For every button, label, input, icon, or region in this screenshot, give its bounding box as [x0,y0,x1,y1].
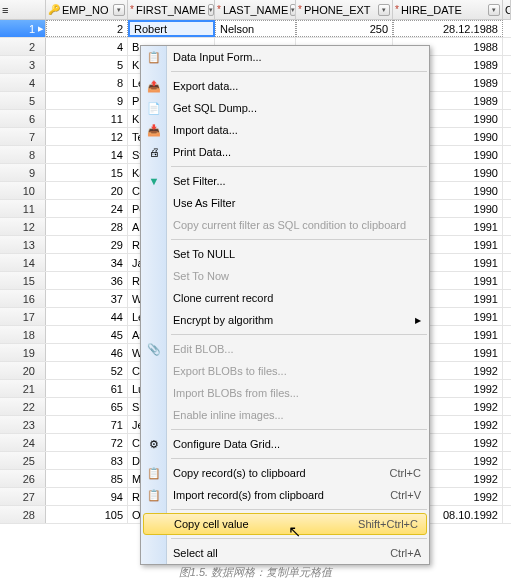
cell[interactable]: 5 [46,56,128,73]
row-number[interactable]: 1 [0,20,46,37]
menu-data-input[interactable]: 📋Data Input Form... [141,46,429,68]
menu-set-filter[interactable]: ▼Set Filter... [141,170,429,192]
row-number[interactable]: 4 [0,74,46,91]
row-number[interactable]: 28 [0,506,46,523]
cell[interactable]: 250 [296,20,393,37]
row-number[interactable]: 17 [0,308,46,325]
menu-label: Configure Data Grid... [173,438,280,450]
row-number[interactable]: 25 [0,452,46,469]
cell[interactable]: 45 [46,326,128,343]
row-number[interactable]: 13 [0,236,46,253]
row-number[interactable]: 6 [0,110,46,127]
cell[interactable]: 20 [46,182,128,199]
row-number[interactable]: 2 [0,38,46,55]
cell[interactable]: 15 [46,164,128,181]
row-number[interactable]: 5 [0,92,46,109]
menu-label: Encrypt by algorithm [173,314,273,326]
cell[interactable]: 2 [46,20,128,37]
row-number[interactable]: 22 [0,398,46,415]
cell[interactable]: 36 [46,272,128,289]
cell[interactable]: 9 [46,92,128,109]
menu-select-all[interactable]: Select allCtrl+A [141,542,429,564]
cell[interactable]: 94 [46,488,128,505]
menu-set-null[interactable]: Set To NULL [141,243,429,265]
row-number[interactable]: 9 [0,164,46,181]
row-number[interactable]: 10 [0,182,46,199]
col-first-name[interactable]: *FIRST_NAME▾ [128,0,215,19]
row-number[interactable]: 23 [0,416,46,433]
cell[interactable]: 11 [46,110,128,127]
col-phone-ext[interactable]: *PHONE_EXT▾ [296,0,393,19]
col-hire-date[interactable]: *HIRE_DATE▾ [393,0,503,19]
chevron-down-icon[interactable]: ▾ [378,4,390,16]
chevron-down-icon[interactable]: ▾ [113,4,125,16]
cell[interactable]: 29 [46,236,128,253]
menu-import-data[interactable]: 📥Import data... [141,119,429,141]
menu-import-records[interactable]: 📋Import record(s) from clipboardCtrl+V [141,484,429,506]
asterisk-icon: * [217,4,221,15]
print-icon: 🖨 [146,144,162,160]
asterisk-icon: * [395,4,399,15]
menu-get-sql[interactable]: 📄Get SQL Dump... [141,97,429,119]
menu-label: Set To Now [173,270,229,282]
menu-label: Copy record(s) to clipboard [173,467,306,479]
menu-copy-cell[interactable]: Copy cell valueShift+Ctrl+C [143,513,427,535]
row-number[interactable]: 11 [0,200,46,217]
cell[interactable]: 46 [46,344,128,361]
col-last-name[interactable]: *LAST_NAME▾ [215,0,296,19]
row-header-corner[interactable]: ≡ [0,0,46,19]
chevron-down-icon[interactable]: ▾ [208,4,214,16]
cell[interactable]: 28.12.1988 [393,20,503,37]
row-number[interactable]: 14 [0,254,46,271]
col-emp-no[interactable]: 🔑EMP_NO▾ [46,0,128,19]
col-label: PHONE_EXT [304,4,371,16]
row-number[interactable]: 27 [0,488,46,505]
row-number[interactable]: 19 [0,344,46,361]
row-number[interactable]: 18 [0,326,46,343]
row-number[interactable]: 26 [0,470,46,487]
menu-clone[interactable]: Clone current record [141,287,429,309]
cell[interactable]: 12 [46,128,128,145]
cell[interactable]: Nelson [215,20,296,37]
menu-configure[interactable]: ⚙Configure Data Grid... [141,433,429,455]
cell[interactable]: 71 [46,416,128,433]
cell[interactable]: 34 [46,254,128,271]
cell[interactable]: 28 [46,218,128,235]
cell[interactable]: 14 [46,146,128,163]
row-number[interactable]: 20 [0,362,46,379]
row-number[interactable]: 21 [0,380,46,397]
menu-use-as-filter[interactable]: Use As Filter [141,192,429,214]
cell[interactable]: 52 [46,362,128,379]
menu-export-data[interactable]: 📤Export data... [141,75,429,97]
cell[interactable]: 105 [46,506,128,523]
cell[interactable]: 8 [46,74,128,91]
cell[interactable]: 4 [46,38,128,55]
cell[interactable]: 72 [46,434,128,451]
menu-set-now: Set To Now [141,265,429,287]
row-number[interactable]: 15 [0,272,46,289]
cell[interactable]: 44 [46,308,128,325]
cell[interactable]: 83 [46,452,128,469]
cell[interactable]: 85 [46,470,128,487]
row-number[interactable]: 16 [0,290,46,307]
row-number[interactable]: 8 [0,146,46,163]
row-number[interactable]: 24 [0,434,46,451]
cell[interactable]: Robert [128,20,215,37]
menu-encrypt[interactable]: Encrypt by algorithm▶ [141,309,429,331]
cell[interactable]: 61 [46,380,128,397]
cell[interactable]: 24 [46,200,128,217]
menu-separator [171,429,427,430]
cell[interactable]: 65 [46,398,128,415]
row-number[interactable]: 3 [0,56,46,73]
sql-icon: 📄 [146,100,162,116]
chevron-down-icon[interactable]: ▾ [488,4,500,16]
row-number[interactable]: 7 [0,128,46,145]
row-number[interactable]: 12 [0,218,46,235]
menu-print-data[interactable]: 🖨Print Data... [141,141,429,163]
key-icon: 🔑 [48,4,60,15]
cell[interactable]: 37 [46,290,128,307]
menu-copy-records[interactable]: 📋Copy record(s) to clipboardCtrl+C [141,462,429,484]
col-extra[interactable]: C [503,0,511,19]
table-row[interactable]: 12RobertNelson25028.12.1988 [0,20,511,38]
menu-copy-filter: Copy current filter as SQL condition to … [141,214,429,236]
